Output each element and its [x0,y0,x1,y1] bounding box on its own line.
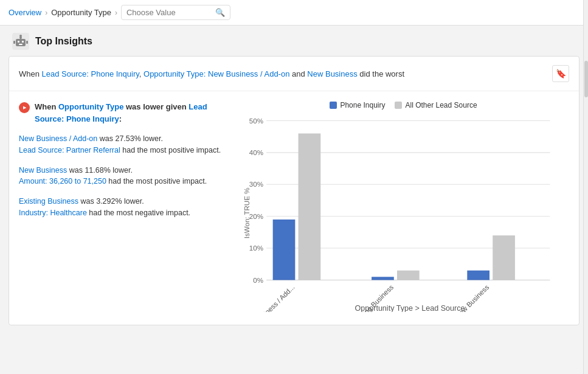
svg-rect-8 [13,41,15,44]
header-when-text: When [19,69,42,78]
insight-left-panel: When Opportunity Type was lower given Le… [19,101,226,315]
chart-legend: Phone Inquiry All Other Lead Source [238,101,569,109]
svg-text:30%: 30% [249,181,263,188]
legend-gray-swatch [395,102,402,109]
svg-text:0%: 0% [253,277,263,284]
robot-icon [12,33,29,50]
insight-section-1: New Business / Add-on was 27.53% lower. … [19,133,226,156]
section2-impact-desc: had the most positive impact. [106,177,207,185]
bookmark-button[interactable]: 🔖 [552,65,569,82]
bar-chart: IsWon: TRUE % 50% 40% 30% 20% 10% 0% [238,114,569,315]
search-icon: 🔍 [215,8,225,17]
insight-main-title: When Opportunity Type was lower given Le… [19,101,226,125]
card-body: When Opportunity Type was lower given Le… [9,91,579,325]
section2-main-link[interactable]: New Business [19,166,67,175]
svg-text:New Business / Add...: New Business / Add... [243,283,296,312]
breadcrumb-sep-2: › [115,9,117,17]
bar-group1-blue [273,220,296,280]
section1-impact-link[interactable]: Lead Source: Partner Referral [19,146,120,154]
top-insights-title: Top Insights [35,36,92,47]
value-search-box[interactable]: 🔍 [121,5,230,20]
alert-icon [19,102,30,113]
svg-rect-4 [19,44,22,45]
section1-impact-desc: had the most positive impact. [120,146,221,154]
svg-text:50%: 50% [249,117,263,125]
insight-section-3: Existing Business was 3.292% lower. Indu… [19,196,226,219]
header-link-opp-type[interactable]: Opportunity Type: New Business / Add-on [144,69,289,78]
svg-rect-9 [26,41,28,44]
header-link-lead-source[interactable]: Lead Source: Phone Inquiry [42,69,139,78]
legend-blue-swatch [330,102,337,109]
scrollbar[interactable] [583,0,588,374]
header-did-worst: did the worst [358,69,404,78]
breadcrumb-overview[interactable]: Overview [9,8,41,17]
svg-text:10%: 10% [249,244,263,252]
main-insight-card: When Lead Source: Phone Inquiry, Opportu… [9,56,579,325]
breadcrumb-sep-1: › [45,9,47,17]
legend-gray: All Other Lead Source [395,101,477,109]
section3-main-link[interactable]: Existing Business [19,197,78,206]
section3-impact-link[interactable]: Industry: Healthcare [19,209,87,217]
insight-section-2: New Business was 11.68% lower. Amount: 3… [19,165,226,188]
legend-blue-label: Phone Inquiry [340,101,385,109]
chart-area: Phone Inquiry All Other Lead Source IsWo… [238,101,569,315]
breadcrumb-bar: Overview › Opportunity Type › 🔍 [0,0,588,26]
insight-when: When [35,102,58,111]
chart-svg: IsWon: TRUE % 50% 40% 30% 20% 10% 0% [238,114,569,312]
svg-rect-2 [18,41,19,43]
insight-opp-type-link[interactable]: Opportunity Type [58,102,123,111]
header-link-new-business[interactable]: New Business [307,69,357,78]
insight-colon: : [119,114,122,123]
bar-group1-gray [299,133,321,280]
svg-rect-3 [22,41,24,43]
legend-blue: Phone Inquiry [330,101,385,109]
svg-point-7 [19,35,22,37]
scrollbar-thumb[interactable] [584,61,588,97]
bar-group3-blue [467,271,489,280]
section1-main-link[interactable]: New Business / Add-on [19,134,97,143]
section3-desc: was 3.292% lower. [78,197,144,206]
svg-text:40%: 40% [249,149,263,156]
svg-text:Opportunity Type > Lead Source: Opportunity Type > Lead Source [355,304,465,312]
insight-was-lower: was lower given [123,102,189,111]
card-header-text: When Lead Source: Phone Inquiry, Opportu… [19,69,404,78]
bar-group2-gray [397,271,420,280]
top-insights-header: Top Insights [0,26,588,56]
card-header: When Lead Source: Phone Inquiry, Opportu… [9,57,579,91]
header-comma: , [139,69,144,78]
bar-group2-blue [372,277,394,280]
section2-impact-link[interactable]: Amount: 36,260 to 71,250 [19,177,106,185]
legend-gray-label: All Other Lead Source [405,101,477,109]
breadcrumb-opportunity-type: Opportunity Type [51,8,111,17]
header-and: and [289,69,307,78]
section2-desc: was 11.68% lower. [67,166,133,175]
insight-main-text: When Opportunity Type was lower given Le… [35,101,226,125]
svg-rect-1 [16,39,26,46]
bar-group3-gray [493,235,515,280]
svg-text:20%: 20% [249,213,263,220]
value-search-input[interactable] [126,8,212,17]
section3-impact-desc: had the most negative impact. [87,209,190,217]
section1-desc: was 27.53% lower. [97,134,163,143]
